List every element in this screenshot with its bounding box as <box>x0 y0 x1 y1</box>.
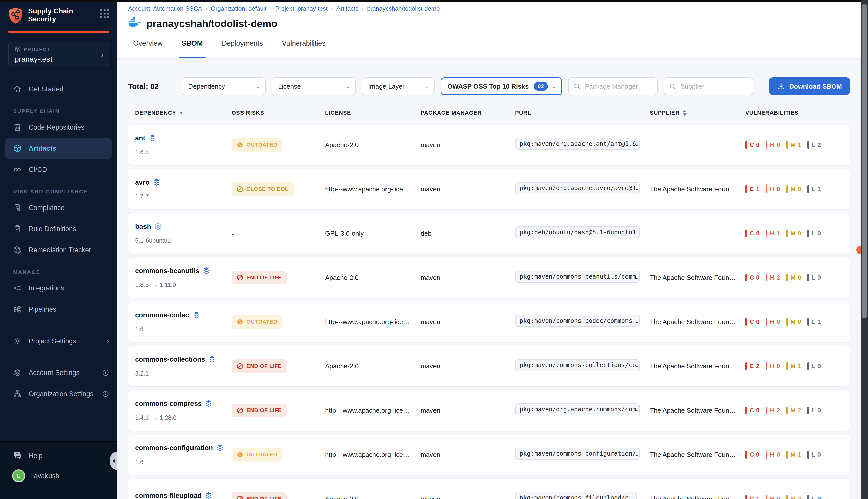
brand-divider <box>8 31 109 33</box>
sidebar-item-compliance[interactable]: Compliance <box>0 197 117 218</box>
user-menu[interactable]: L Lavakush <box>0 466 117 486</box>
purl-chip[interactable]: pkg:maven/commons-beanutils/comm… <box>515 271 640 283</box>
tab-overview[interactable]: Overview <box>132 36 164 58</box>
dependency-filter-select[interactable]: Dependency ⌄ <box>182 77 266 95</box>
package-manager-search-input[interactable] <box>585 83 652 90</box>
sidebar-item-artifacts[interactable]: Artifacts <box>5 138 112 159</box>
oss-risk-cell: END OF LIFE <box>232 492 325 499</box>
purl-chip[interactable]: pkg:maven/org.apache.avro/avro@1… <box>515 182 640 194</box>
supplier-cell: The Apache Software Foun… <box>650 407 745 414</box>
sidebar-item-label: CI/CD <box>29 166 47 173</box>
dependency-name: commons-configuration <box>135 444 213 452</box>
main-area: Account: Automation-SSCA› Organization: … <box>117 0 861 499</box>
table-row[interactable]: commons-compress 1.4.1 → 1.28.0 END OF L… <box>128 390 850 430</box>
breadcrumb-artifacts[interactable]: Artifacts <box>337 5 358 12</box>
app-grid-icon[interactable] <box>100 9 109 18</box>
image-layer-filter-select[interactable]: Image Layer ⌄ <box>362 77 435 95</box>
license-cell: http---www.apache.org-lice… <box>325 407 421 414</box>
package-manager-cell: maven <box>421 407 515 414</box>
vuln-c-count: C 0 <box>745 407 760 414</box>
search-icon <box>669 83 676 90</box>
project-selector[interactable]: PROJECT pranay-test › <box>8 42 109 68</box>
dependency-version: 1.6.5 <box>135 149 232 156</box>
vuln-m-bar <box>786 407 788 414</box>
column-dependency[interactable]: DEPENDENCY <box>135 110 232 116</box>
download-sbom-button[interactable]: Download SBOM <box>769 77 850 95</box>
dependency-version: 1.6 <box>135 459 232 465</box>
purl-chip[interactable]: pkg:maven/org.apache.commons/com… <box>515 403 640 415</box>
sidebar-item-code-repositories[interactable]: Code Repositories <box>0 117 117 138</box>
info-icon[interactable] <box>102 369 109 376</box>
table-row[interactable]: bash 5.1-6ubuntu1 - GPL-3.0-only deb pkg… <box>128 213 850 254</box>
scrollbar-thumb[interactable] <box>862 4 867 318</box>
supplier-cell: The Apache Software Foun… <box>650 185 745 193</box>
sidebar-item-organization-settings[interactable]: Organization Settings <box>0 383 117 404</box>
tab-deployments[interactable]: Deployments <box>221 36 264 58</box>
vuln-m-count: M 1 <box>786 363 802 370</box>
vuln-l-bar <box>807 318 809 326</box>
dependency-name: ant <box>135 134 146 142</box>
breadcrumb-account[interactable]: Account: Automation-SSCA <box>128 5 202 12</box>
dependency-cell: commons-fileupload <box>135 492 232 499</box>
tab-bar: Overview SBOM Deployments Vulnerabilitie… <box>128 36 850 58</box>
oss-risk-badge: OUTDATED <box>232 138 282 152</box>
package-manager-cell: maven <box>421 141 515 149</box>
version-to: 1.11.0 <box>160 281 176 289</box>
table-row[interactable]: ant 1.6.5 OUTDATED Apache-2.0 maven pkg:… <box>128 125 850 165</box>
purl-chip[interactable]: pkg:maven/org.apache.ant/ant@1.6… <box>515 138 640 150</box>
purl-chip[interactable]: pkg:maven/commons-codec/commons-… <box>515 315 640 327</box>
purl-chip[interactable]: pkg:deb/ubuntu/bash@5.1-6ubuntu1 <box>515 226 640 239</box>
purl-cell: pkg:maven/commons-fileupload/c… <box>515 492 650 499</box>
table-row[interactable]: commons-configuration 1.6 OUTDATED http-… <box>128 435 850 475</box>
table-row[interactable]: commons-beanutils 1.8.3 → 1.11.0 END OF … <box>128 257 850 298</box>
dependency-version: 1.8.3 → 1.11.0 <box>135 281 232 289</box>
column-supplier[interactable]: SUPPLIER <box>650 110 745 116</box>
sidebar-item-pipelines[interactable]: Pipelines <box>0 299 117 320</box>
owasp-risks-filter-select[interactable]: OWASP OSS Top 10 Risks 02 ⌄ <box>441 77 562 95</box>
dependency-name: avro <box>135 179 150 186</box>
vuln-h-bar <box>766 363 767 370</box>
dependency-filter-label: Dependency <box>188 83 252 90</box>
vuln-c-bar <box>745 141 747 149</box>
vuln-c-bar <box>745 185 747 193</box>
table-row[interactable]: avro 1.7.7 CLOSE TO EOL http---www.apach… <box>128 169 850 209</box>
purl-chip[interactable]: pkg:maven/commons-configuration/… <box>515 448 640 460</box>
sidebar-item-cicd[interactable]: CI/CD <box>0 159 117 180</box>
dependency-cell: commons-collections 3.2.1 <box>135 356 232 377</box>
version-to: 1.28.0 <box>160 414 176 421</box>
search-icon <box>574 83 581 90</box>
purl-chip[interactable]: pkg:maven/commons-collections/co… <box>515 359 640 371</box>
sidebar-item-remediation-tracker[interactable]: Remediation Tracker <box>0 240 117 260</box>
sidebar-item-get-started[interactable]: Get Started <box>0 78 117 100</box>
purl-chip[interactable]: pkg:maven/commons-fileupload/c… <box>515 492 637 499</box>
sidebar-item-integrations[interactable]: Integrations <box>0 278 117 299</box>
breadcrumb-project[interactable]: Project: pranay-test <box>275 5 328 12</box>
sidebar-item-rule-definitions[interactable]: Rule Definitions <box>0 218 117 240</box>
tab-vulnerabilities[interactable]: Vulnerabilities <box>281 36 326 58</box>
info-icon[interactable] <box>102 390 109 398</box>
vuln-h-count: H 0 <box>766 141 780 149</box>
vuln-m-bar <box>786 451 788 459</box>
app-root: Supply Chain Security PROJECT pranay-tes… <box>0 0 868 499</box>
sidebar-item-account-settings[interactable]: Account Settings <box>0 362 117 383</box>
oss-risk-label: END OF LIFE <box>246 407 282 414</box>
package-manager-search <box>568 77 658 95</box>
license-filter-select[interactable]: License ⌄ <box>272 77 356 95</box>
table-row[interactable]: commons-codec 1.6 OUTDATED http---www.ap… <box>128 302 850 342</box>
tab-sbom[interactable]: SBOM <box>181 36 204 58</box>
dependency-name: commons-codec <box>135 312 189 319</box>
purl-cell: pkg:deb/ubuntu/bash@5.1-6ubuntu1 <box>515 226 650 241</box>
supplier-search-input[interactable] <box>680 83 747 90</box>
sidebar-item-project-settings[interactable]: Project Settings › <box>0 330 117 352</box>
breadcrumb-organization[interactable]: Organization: default <box>211 5 266 12</box>
oss-risk-cell: CLOSE TO EOL <box>232 182 325 196</box>
oss-risk-label: END OF LIFE <box>246 496 282 499</box>
table-row[interactable]: commons-collections 3.2.1 END OF LIFE Ap… <box>128 346 850 386</box>
dependency-cell: commons-beanutils 1.8.3 → 1.11.0 <box>135 267 232 289</box>
help-button[interactable]: ? Help <box>0 446 117 466</box>
package-manager-cell: maven <box>421 318 515 326</box>
vuln-m-count: M 0 <box>786 185 802 193</box>
breadcrumb-artifact-name[interactable]: pranaycshah/todolist-demo <box>367 5 440 12</box>
cicd-infinity-icon <box>13 165 22 174</box>
table-row[interactable]: commons-fileupload END OF LIFE Apache-2.… <box>128 479 850 499</box>
